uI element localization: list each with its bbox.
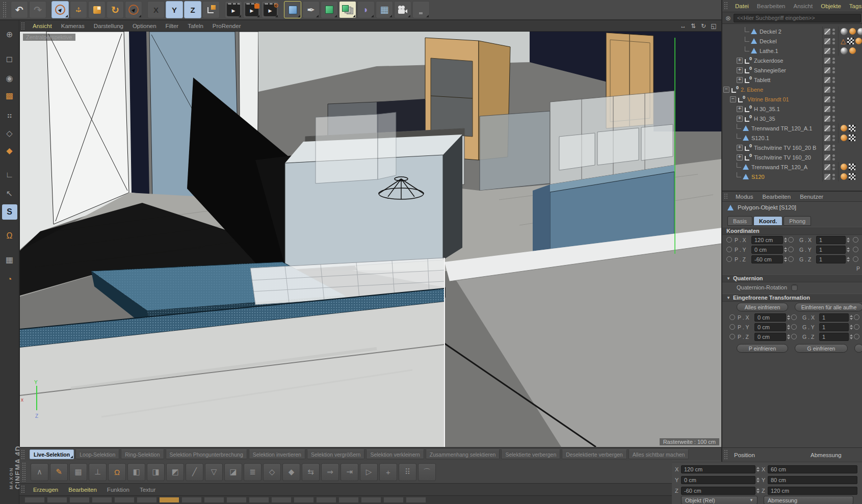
selektion-vergroessern-button[interactable]: Selektion vergrößern: [307, 449, 364, 459]
keyframe-circle[interactable]: [726, 256, 732, 262]
visibility-dots[interactable]: [832, 116, 835, 122]
stepper[interactable]: [850, 315, 853, 320]
modeling-tool-icon-0[interactable]: ∧: [31, 463, 48, 481]
selektion-invertieren-button[interactable]: Selektion invertieren: [249, 449, 305, 459]
menu-filter[interactable]: Filter: [161, 23, 184, 29]
stepper[interactable]: [787, 334, 790, 339]
edit-toggle-icon[interactable]: [824, 106, 830, 112]
keyframe-circle[interactable]: [788, 256, 794, 262]
tree-row-h-30-35-1[interactable]: + 0 H 30_35.1: [722, 104, 862, 114]
viewport-pan-icon[interactable]: ↔: [680, 22, 687, 30]
stepper[interactable]: [784, 237, 787, 243]
strip-tile[interactable]: [249, 497, 269, 503]
menu-ansicht[interactable]: Ansicht: [28, 23, 57, 29]
modeling-grip[interactable]: [22, 462, 27, 482]
menu-prorender[interactable]: ProRender: [208, 23, 246, 29]
lock-x-axis-button[interactable]: X: [147, 1, 165, 18]
expand-icon[interactable]: +: [737, 77, 743, 83]
tree-row-lathe-1[interactable]: Lathe.1: [722, 46, 862, 56]
tree-row-deckel-2[interactable]: Deckel 2: [722, 26, 862, 36]
am-grip[interactable]: [724, 193, 728, 200]
section-quaternion[interactable]: ▼ Quaternion: [722, 274, 862, 282]
frozen-gx-field[interactable]: 1: [819, 313, 849, 322]
frozen-pz-field[interactable]: 0 cm: [754, 333, 786, 341]
render-view-button[interactable]: ▶: [225, 1, 242, 18]
menu-om-bearbeiten[interactable]: Bearbeiten: [753, 3, 790, 9]
alles-sichtbar-machen-button[interactable]: Alles sichtbar machen: [629, 449, 689, 459]
expand-icon[interactable]: +: [737, 116, 743, 122]
expand-icon[interactable]: +: [737, 154, 743, 161]
loop-selektion-button[interactable]: Loop-Selektion: [75, 449, 119, 459]
keyframe-circle[interactable]: [791, 314, 797, 320]
edit-toggle-icon[interactable]: [824, 164, 830, 170]
visibility-dots[interactable]: [832, 106, 835, 112]
stepper[interactable]: [784, 257, 787, 262]
edit-toggle-icon[interactable]: [824, 116, 830, 122]
strip-tile[interactable]: [316, 497, 336, 503]
menu-benutzer[interactable]: Benutzer: [795, 194, 828, 200]
menu-objekte[interactable]: Objekte: [817, 3, 845, 9]
edit-toggle-icon[interactable]: [824, 48, 830, 54]
expand-icon[interactable]: +: [737, 145, 743, 151]
tree-row-h-30-35[interactable]: + 0 H 30_35: [722, 114, 862, 123]
tree-row-zuckerdose[interactable]: + 0 Zuckerdose: [722, 56, 862, 65]
modeling-tool-icon-20[interactable]: ⌒: [418, 463, 436, 481]
gx-field[interactable]: 1: [816, 236, 846, 244]
add-cube-button[interactable]: [284, 1, 301, 18]
visibility-dots[interactable]: [832, 77, 835, 83]
stepper[interactable]: [847, 257, 850, 262]
stepper[interactable]: [847, 247, 850, 252]
uvw-tag-icon[interactable]: [847, 38, 854, 44]
tab-phong[interactable]: Phong: [783, 216, 811, 226]
keyframe-circle[interactable]: [788, 247, 794, 252]
modeling-tool-icon-8[interactable]: ╱: [186, 463, 203, 481]
py-field[interactable]: 0 cm: [751, 246, 783, 254]
edit-toggle-icon[interactable]: [824, 96, 830, 102]
edit-toggle-icon[interactable]: [824, 154, 830, 161]
visibility-dots[interactable]: [832, 58, 835, 64]
position-mode-dropdown[interactable]: Objekt (Rel) ▼: [681, 496, 757, 504]
visibility-dots[interactable]: [832, 145, 835, 151]
live-selection-tool[interactable]: ▶: [51, 1, 69, 18]
p-einfrieren-button[interactable]: P einfrieren: [737, 344, 788, 353]
workplane-icon[interactable]: ▦: [2, 252, 17, 267]
strip-tile-active[interactable]: [159, 497, 179, 503]
render-settings-button[interactable]: ▶⚙: [262, 1, 279, 18]
menu-tafeln[interactable]: Tafeln: [183, 23, 208, 29]
menu-textur[interactable]: Textur: [135, 487, 161, 493]
tree-row-vitrine-brandt-01[interactable]: − 0 Vitrine Brandt 01: [722, 94, 862, 104]
keyframe-circle[interactable]: [729, 324, 735, 330]
coords-grip[interactable]: [724, 449, 728, 460]
texture-tag-icon[interactable]: [841, 164, 847, 170]
quaternion-rotation-checkbox[interactable]: [791, 284, 798, 291]
modeling-tool-icon-17[interactable]: ▷: [360, 463, 378, 481]
visibility-dots[interactable]: [832, 125, 835, 131]
phong-tag-icon[interactable]: △: [841, 38, 846, 44]
om-grip[interactable]: [724, 2, 728, 10]
edit-toggle-icon[interactable]: [824, 77, 830, 83]
strip-tile[interactable]: [137, 497, 157, 503]
stepper[interactable]: [787, 315, 790, 320]
edit-toggle-icon[interactable]: [824, 87, 830, 93]
expand-icon[interactable]: +: [737, 58, 743, 64]
collapse-icon[interactable]: −: [730, 96, 736, 102]
einfrieren-aufheben-button[interactable]: Einfrieren für alle aufhe: [795, 303, 862, 311]
move-tool[interactable]: ↔↕: [70, 1, 87, 18]
polygon-pen-icon[interactable]: ✎: [50, 463, 68, 481]
add-modifier-button[interactable]: [339, 1, 356, 18]
strip-tile[interactable]: [204, 497, 224, 503]
texture-tag-icon[interactable]: [841, 135, 847, 141]
magnet-snap-icon[interactable]: Ω: [2, 228, 17, 244]
menu-funktion[interactable]: Funktion: [102, 487, 135, 493]
selectbar-grip[interactable]: [21, 449, 25, 459]
modeling-tool-icon-18[interactable]: +: [379, 463, 397, 481]
selektierte-verbergen-button[interactable]: Selektierte verbergen: [501, 449, 560, 459]
modeling-tool-icon-9[interactable]: ▽: [205, 463, 223, 481]
edit-toggle-icon[interactable]: [824, 29, 830, 35]
tree-row-tischvitrine-tv-160-20[interactable]: + 0 Tischvitrine TV 160_20: [722, 152, 862, 162]
strip-tile[interactable]: [271, 497, 292, 503]
stepper[interactable]: [756, 478, 761, 483]
selektion-phongunterbrechung-button[interactable]: Selektion Phongunterbrechung: [166, 449, 247, 459]
viewport-canvas[interactable]: Zentralperspektive Rasterweite : 100 cm …: [19, 32, 721, 447]
zusammenhang-selektieren-button[interactable]: Zusammenhang selektieren: [426, 449, 500, 459]
